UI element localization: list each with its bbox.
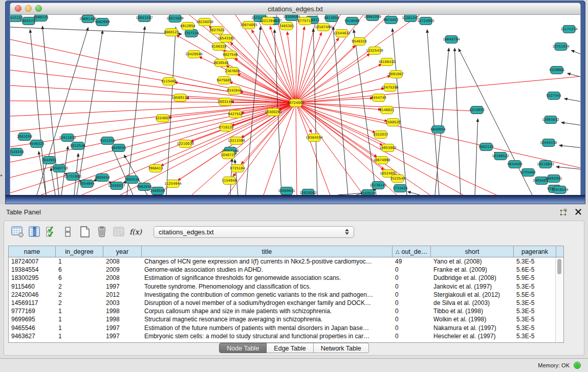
table-cell[interactable]: Nakamura et al. (1997) [431,324,514,332]
graph-node[interactable]: 8069454 [95,174,110,182]
table-row[interactable]: 2242004622012Investigating the contribut… [9,291,563,299]
table-cell[interactable]: 5.3E-5 [514,258,556,265]
table-cell[interactable]: Stergiakouli et al. (2012) [431,291,514,298]
graph-node[interactable]: 2224007 [155,115,170,122]
graph-node[interactable]: 7905534 [124,176,139,184]
graph-node[interactable]: 11261241 [402,15,419,22]
table-row[interactable]: 969969511998Structural magnetic resonanc… [9,315,563,323]
graph-node[interactable]: 22420046 [185,51,203,58]
table-row[interactable]: 946554611997Estimation of the future num… [9,324,563,332]
graph-node[interactable]: 16569641 [278,187,295,195]
graph-node[interactable]: 11731800 [64,173,81,181]
graph-node[interactable]: 8215953 [469,106,484,114]
table-cell[interactable]: 9699695 [9,316,56,323]
graph-node[interactable]: 8660123 [164,29,179,36]
graph-node[interactable]: 10411812 [59,134,76,142]
canvas-resize-grip[interactable] [10,15,17,22]
table-settings-icon[interactable] [10,225,25,239]
table-cell[interactable]: Embryonic stem cells: a model to study s… [142,333,393,340]
table-cell[interactable]: Wolkin et al. (1998) [431,316,514,323]
table-cell[interactable]: 49 [393,258,431,265]
graph-node[interactable]: 10196522 [492,152,509,160]
table-cell[interactable]: 1997 [103,324,142,332]
select-column-icon[interactable] [27,225,41,239]
table-cell[interactable]: 0 [393,291,431,298]
table-cell[interactable]: 1 [56,324,103,332]
graph-node[interactable]: 25560730 [51,165,68,172]
graph-node[interactable]: 7485301 [279,23,294,30]
graph-node[interactable]: 1733426 [393,185,407,192]
graph-node[interactable]: 2061059 [17,133,32,141]
column-header-in_degree[interactable]: in_degree [56,246,103,257]
graph-node[interactable]: 8755468 [520,169,535,177]
table-cell[interactable]: 0 [393,333,431,340]
table-cell[interactable]: 0 [393,324,431,332]
graph-node[interactable]: 11544632 [333,30,351,37]
table-cell[interactable]: Investigating the contribution of common… [142,291,393,298]
graph-node[interactable]: 8912954 [180,23,195,30]
table-cell[interactable]: Yano et al. (2008) [431,258,514,265]
graph-node[interactable]: 18724007 [287,99,304,107]
table-cell[interactable]: 0 [393,274,431,281]
graph-node[interactable]: 9874452 [383,16,398,24]
graph-node[interactable]: 16648784 [443,36,460,43]
table-cell[interactable]: 6 [56,274,103,281]
graph-node[interactable]: 6840954 [430,126,445,134]
table-scrollbar[interactable] [555,257,563,342]
table-cell[interactable]: 22420046 [9,291,56,298]
column-header-out_de[interactable]: △out_de… [393,246,431,257]
memory-status-icon[interactable] [574,362,581,369]
graph-node[interactable]: 9218596 [344,17,359,25]
table-cell[interactable]: 18300295 [9,274,56,281]
graph-node[interactable]: 9546328 [352,38,366,46]
graph-node[interactable]: 9830546 [213,59,228,67]
graph-node[interactable]: 15751074 [552,43,570,51]
graph-node[interactable]: 9891067 [388,71,403,78]
table-cell[interactable]: 19384554 [9,266,56,273]
graph-node[interactable]: 1154949 [222,177,236,185]
graph-node[interactable]: 10588027 [108,182,125,190]
graph-node[interactable]: 9054944 [79,180,94,188]
graph-node[interactable]: 2718120 [219,124,233,132]
column-header-name[interactable]: name [9,246,56,257]
table-cell[interactable]: 18724007 [9,258,56,265]
graph-node[interactable]: 1046727 [221,151,235,159]
graph-node[interactable]: 9146821 [379,106,394,114]
table-cell[interactable]: 2 [56,291,103,298]
graph-node[interactable]: 8649551 [111,144,126,152]
table-cell[interactable]: 9465546 [9,324,56,332]
graph-node[interactable]: 9242844 [227,87,242,95]
table-cell[interactable]: Changes of HCN gene expression and I(f) … [142,258,393,265]
table-cell[interactable]: 2008 [103,258,142,265]
graph-node[interactable]: 2367608 [225,68,239,75]
table-cell[interactable]: 14569117 [9,299,56,307]
table-cell[interactable]: Jankovic et al. (1997) [431,283,514,290]
graph-node[interactable]: 9115460 [161,78,176,85]
graph-node[interactable]: 9862120 [478,143,493,151]
table-row[interactable]: 911546021997Tourette syndrome. Phenomeno… [9,282,563,291]
column-header-pagerank[interactable]: pagerank [514,246,556,257]
table-row[interactable]: 1872400712008Changes of HCN gene express… [9,257,563,266]
graph-node[interactable]: 9598725 [33,15,48,21]
table-cell[interactable]: 1997 [103,333,142,340]
expand-panel-icon[interactable]: ▸ [1,173,3,178]
table-cell[interactable]: 0 [393,266,431,273]
table-cell[interactable]: 1998 [103,316,142,323]
table-cell[interactable]: 5.5E-5 [514,291,556,298]
column-header-year[interactable]: year [103,246,142,257]
table-row[interactable]: 1830029562008Estimation of significance … [9,274,563,282]
graph-node[interactable]: 12210079 [177,140,194,148]
table-cell[interactable]: 1997 [103,283,142,290]
table-cell[interactable]: 5.9E-5 [514,274,556,281]
graph-node[interactable]: 2522544 [390,175,405,183]
new-table-icon[interactable] [78,225,92,239]
graph-node[interactable]: 9151258 [100,137,115,145]
zoom-window-button[interactable] [35,5,42,12]
table-scrollbar-thumb[interactable] [557,259,561,274]
table-cell[interactable]: 1998 [103,308,142,315]
table-cell[interactable]: Franke et al. (2009) [431,266,514,273]
network-canvas[interactable]: 7416237190557249598725206914069062989108… [10,15,581,195]
table-cell[interactable]: 5.3E-5 [514,333,556,340]
column-header-title[interactable]: title [142,246,393,257]
table-cell[interactable]: Estimation of the future numbers of pati… [142,324,393,332]
